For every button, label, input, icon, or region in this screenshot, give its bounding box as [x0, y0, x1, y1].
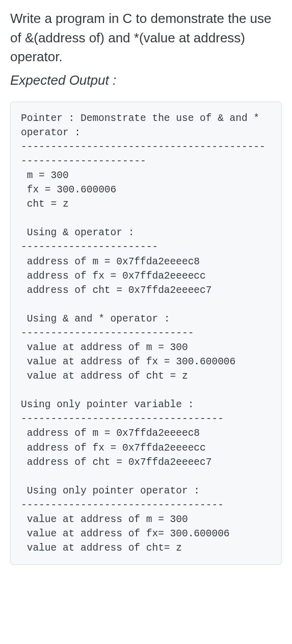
expected-output-label: Expected Output :	[10, 71, 282, 90]
exercise-prompt: Write a program in C to demonstrate the …	[10, 9, 282, 67]
expected-output-codeblock: Pointer : Demonstrate the use of & and *…	[10, 102, 282, 565]
code-output-text: Pointer : Demonstrate the use of & and *…	[21, 111, 271, 555]
exercise-page: Write a program in C to demonstrate the …	[0, 0, 292, 577]
